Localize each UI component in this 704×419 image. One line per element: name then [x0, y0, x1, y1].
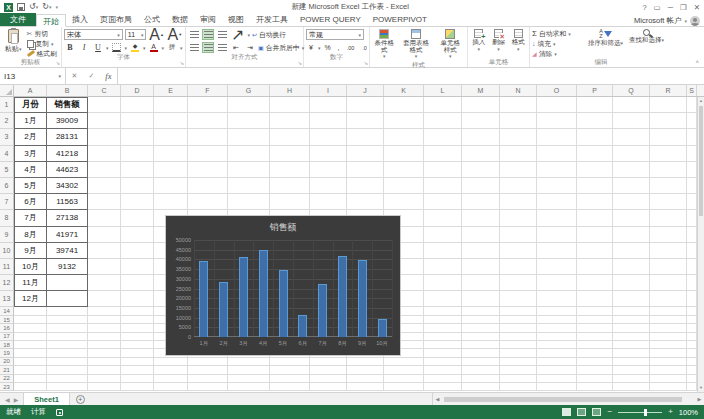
cell-L6[interactable]: [424, 178, 462, 194]
scroll-right-icon[interactable]: ▶: [695, 396, 704, 402]
row-header-7[interactable]: 7: [0, 194, 14, 210]
cell-F6[interactable]: [188, 178, 228, 194]
cell-B3[interactable]: 28131: [47, 129, 88, 145]
cell-R19[interactable]: [650, 349, 687, 357]
cell-L17[interactable]: [424, 333, 462, 341]
cell-Q8[interactable]: [613, 210, 650, 226]
cell-A17[interactable]: [14, 333, 47, 341]
wrap-text-button[interactable]: ↩自动换行: [252, 30, 286, 39]
cell-B7[interactable]: 11563: [47, 194, 88, 210]
cell-J23[interactable]: [347, 383, 384, 391]
cell-M5[interactable]: [462, 162, 500, 178]
chart-bar-8月[interactable]: [338, 256, 347, 337]
align-right-button[interactable]: [216, 42, 228, 53]
cell-M16[interactable]: [462, 324, 500, 332]
cell-M8[interactable]: [462, 210, 500, 226]
cell-G20[interactable]: [228, 358, 270, 366]
row-header-14[interactable]: 14: [0, 307, 14, 315]
chart-bar-1月[interactable]: [199, 261, 208, 337]
cell-Q5[interactable]: [613, 162, 650, 178]
cell-C7[interactable]: [88, 194, 121, 210]
cell-G21[interactable]: [228, 366, 270, 374]
cell-O16[interactable]: [537, 324, 577, 332]
cell-F7[interactable]: [188, 194, 228, 210]
ribbon-display-options-icon[interactable]: ▭: [654, 3, 661, 12]
cell-C16[interactable]: [88, 324, 121, 332]
cell-D22[interactable]: [121, 375, 154, 383]
dialog-launcher-icon[interactable]: ↘: [55, 60, 60, 66]
cell-B4[interactable]: 41218: [47, 146, 88, 162]
cell-R6[interactable]: [650, 178, 687, 194]
cell-D11[interactable]: [121, 259, 154, 275]
tab-开始[interactable]: 开始: [36, 14, 66, 27]
row-header-5[interactable]: 5: [0, 162, 14, 178]
cell-D23[interactable]: [121, 383, 154, 391]
number-format-select[interactable]: 常规▾: [306, 29, 364, 40]
cell-C13[interactable]: [88, 291, 121, 307]
column-header-I[interactable]: I: [310, 85, 347, 96]
cell-C20[interactable]: [88, 358, 121, 366]
cell-A12[interactable]: 11月: [14, 275, 47, 291]
column-header-B[interactable]: B: [47, 85, 88, 96]
cell-Q4[interactable]: [613, 146, 650, 162]
cell-O10[interactable]: [537, 243, 577, 259]
cell-N9[interactable]: [500, 227, 537, 243]
cell-D1[interactable]: [121, 97, 154, 113]
cell-C15[interactable]: [88, 316, 121, 324]
format-painter-button[interactable]: 格式刷: [27, 49, 57, 58]
cell-L10[interactable]: [424, 243, 462, 259]
cell-Q16[interactable]: [613, 324, 650, 332]
cell-Q10[interactable]: [613, 243, 650, 259]
cell-M21[interactable]: [462, 366, 500, 374]
orientation-button[interactable]: ↗: [230, 29, 245, 40]
cell-C8[interactable]: [88, 210, 121, 226]
cell-P2[interactable]: [577, 113, 613, 129]
cell-S6[interactable]: [687, 178, 697, 194]
cell-N3[interactable]: [500, 129, 537, 145]
cell-I6[interactable]: [310, 178, 347, 194]
fill-button[interactable]: ↓填充▾: [532, 39, 584, 48]
row-header-21[interactable]: 21: [0, 366, 14, 374]
cell-Q3[interactable]: [613, 129, 650, 145]
cell-B20[interactable]: [47, 358, 88, 366]
phonetic-button[interactable]: 拼: [166, 42, 178, 53]
align-bottom-button[interactable]: [216, 29, 228, 40]
cell-H20[interactable]: [270, 358, 310, 366]
cell-A13[interactable]: 12月: [14, 291, 47, 307]
account-area[interactable]: Microsoft 帐户 ▾: [634, 16, 704, 26]
cell-D18[interactable]: [121, 341, 154, 349]
cell-M20[interactable]: [462, 358, 500, 366]
cell-B8[interactable]: 27138: [47, 210, 88, 226]
cell-F20[interactable]: [188, 358, 228, 366]
cell-L5[interactable]: [424, 162, 462, 178]
cell-Q6[interactable]: [613, 178, 650, 194]
cell-M22[interactable]: [462, 375, 500, 383]
cell-P1[interactable]: [577, 97, 613, 113]
bold-button[interactable]: B: [64, 42, 76, 53]
cell-E1[interactable]: [154, 97, 188, 113]
column-header-Q[interactable]: Q: [613, 85, 650, 96]
cell-N1[interactable]: [500, 97, 537, 113]
cell-L14[interactable]: [424, 307, 462, 315]
cell-P20[interactable]: [577, 358, 613, 366]
cell-C9[interactable]: [88, 227, 121, 243]
tab-公式[interactable]: 公式: [138, 13, 166, 26]
cell-J5[interactable]: [347, 162, 384, 178]
cell-O15[interactable]: [537, 316, 577, 324]
enter-icon[interactable]: ✓: [88, 72, 94, 80]
cell-J21[interactable]: [347, 366, 384, 374]
cell-M1[interactable]: [462, 97, 500, 113]
cell-R17[interactable]: [650, 333, 687, 341]
cell-N17[interactable]: [500, 333, 537, 341]
delete-cells-button[interactable]: ✕ 删除▾: [490, 28, 508, 53]
cell-P4[interactable]: [577, 146, 613, 162]
cell-O3[interactable]: [537, 129, 577, 145]
cell-S14[interactable]: [687, 307, 697, 315]
zoom-slider[interactable]: [618, 412, 662, 413]
column-header-O[interactable]: O: [537, 85, 577, 96]
cell-A20[interactable]: [14, 358, 47, 366]
cell-E3[interactable]: [154, 129, 188, 145]
cell-S9[interactable]: [687, 227, 697, 243]
cell-M17[interactable]: [462, 333, 500, 341]
cell-L2[interactable]: [424, 113, 462, 129]
